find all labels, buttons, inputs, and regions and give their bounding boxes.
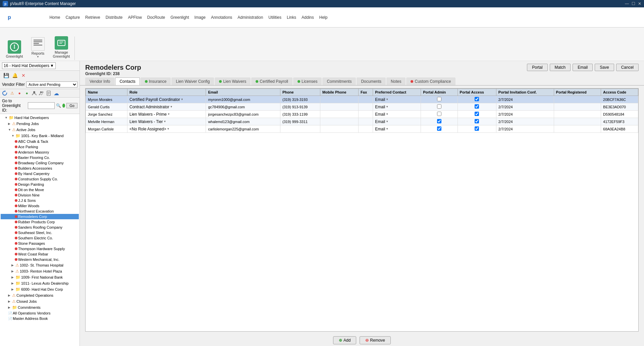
menu-greenlight[interactable]: Greenlight <box>168 14 192 20</box>
contact-preferred[interactable]: Email ▼ <box>373 96 421 103</box>
cancel-icon[interactable]: ✕ <box>20 72 27 79</box>
add-contact-button[interactable]: ⊕ Add <box>333 336 356 344</box>
tree-vendor-rubber[interactable]: Rubber Products Corp <box>1 219 79 225</box>
portal-button[interactable]: Portal <box>527 64 547 71</box>
tree-pending-jobs[interactable]: ▶ ⚠ Pending Jobs <box>1 121 79 127</box>
remove-contact-button[interactable]: ⊖ Remove <box>360 336 391 344</box>
filter-users2-icon[interactable] <box>38 90 45 97</box>
filter-refresh-icon[interactable] <box>1 90 8 97</box>
contact-portal-access[interactable] <box>458 118 496 125</box>
role-arrow[interactable]: ▼ <box>167 127 169 130</box>
tab-commitments[interactable]: Commitments <box>322 77 356 85</box>
menu-distribute[interactable]: Distribute <box>103 14 125 20</box>
menu-image[interactable]: Image <box>192 14 208 20</box>
tree-completed-ops[interactable]: ▶ ⚠ Completed Operations <box>1 292 79 298</box>
table-row[interactable]: Myron Morales Certified Payroll Coordina… <box>86 96 638 103</box>
portal-admin-checkbox[interactable] <box>437 97 441 101</box>
tab-custom-compliance[interactable]: Custom Compliance <box>406 77 455 85</box>
menu-retrieve[interactable]: Retrieve <box>83 14 103 20</box>
contact-portal-access[interactable] <box>458 125 496 133</box>
contact-preferred[interactable]: Email ▼ <box>373 118 421 125</box>
bell-icon[interactable]: 🔔 <box>11 72 18 79</box>
tree-vendor-division[interactable]: Division Nine <box>1 192 79 198</box>
tab-licenses[interactable]: Licenses <box>293 77 322 85</box>
email-button[interactable]: Email <box>573 64 593 71</box>
filter-user-icon[interactable] <box>31 90 38 97</box>
tree-vendor-construction[interactable]: Construction Supply Co. <box>1 176 79 182</box>
tab-notes[interactable]: Notes <box>386 77 406 85</box>
menu-apflow[interactable]: APFlow <box>125 14 144 20</box>
close-button[interactable]: ✕ <box>638 1 641 6</box>
greenlight-id-input[interactable] <box>28 102 55 109</box>
tree-vendor-design[interactable]: Design Painting <box>1 182 79 187</box>
tree-root[interactable]: ▼ 📁 Hard Hat Developers <box>1 115 79 121</box>
preferred-arrow[interactable]: ▼ <box>386 127 388 130</box>
role-arrow[interactable]: ▼ <box>181 98 183 101</box>
filter-red-icon[interactable]: ● <box>16 90 23 97</box>
filter-green-icon[interactable]: ● <box>23 90 30 97</box>
tree-job-1002[interactable]: ▶ ⚠ 1002- St. Thomas Hospital <box>1 262 79 268</box>
portal-access-checkbox[interactable] <box>475 97 479 101</box>
contact-portal-access[interactable] <box>458 103 496 111</box>
tree-closed-jobs[interactable]: ▶ ⚠ Closed Jobs <box>1 298 79 304</box>
tab-certified-payroll[interactable]: Certified Payroll <box>251 77 292 85</box>
contact-role[interactable]: Lien Waivers - Tier ▼ <box>127 118 206 125</box>
tab-lien-waivers[interactable]: Lien Waivers <box>215 77 251 85</box>
tree-vendor-broadway[interactable]: Broadway Ceiling Company <box>1 160 79 166</box>
save-button[interactable]: Save <box>595 64 614 71</box>
menu-utilities[interactable]: Utilities <box>266 14 284 20</box>
tree-all-vendors[interactable]: 📄 All Operations Vendors <box>1 310 79 316</box>
filter-warning-icon[interactable]: ⚠ <box>9 90 15 97</box>
contact-portal-admin[interactable] <box>421 111 458 118</box>
role-arrow[interactable]: ▼ <box>167 113 170 116</box>
table-row[interactable]: Gerald Curtis Contract Administrator ▼ g… <box>86 103 638 111</box>
tree-job-1001[interactable]: ▼ 📁 1001- Key Bank - Midland <box>1 133 79 139</box>
portal-admin-checkbox[interactable] <box>437 112 441 116</box>
tree-vendor-jj[interactable]: J.J & Sons <box>1 198 79 203</box>
contact-preferred[interactable]: Email ▼ <box>373 103 421 111</box>
table-row[interactable]: Jorge Sanchez Lien Waivers - Prime ▼ jor… <box>86 111 638 118</box>
preferred-arrow[interactable]: ▼ <box>386 120 388 123</box>
preferred-arrow[interactable]: ▼ <box>386 113 388 116</box>
menu-home[interactable]: Home <box>47 14 63 20</box>
table-row[interactable]: Morgan Carlisle <No Role Assigned> ▼ car… <box>86 125 638 133</box>
portal-access-checkbox[interactable] <box>475 104 479 109</box>
role-arrow[interactable]: ▼ <box>164 120 166 123</box>
contact-preferred[interactable]: Email ▼ <box>373 125 421 133</box>
portal-access-checkbox[interactable] <box>475 119 479 123</box>
tree-job-6000[interactable]: ▶ 📁 6000- Hard Hat Dev Corp <box>1 286 79 292</box>
role-arrow[interactable]: ▼ <box>170 105 173 108</box>
portal-admin-checkbox[interactable] <box>437 104 441 109</box>
tab-documents[interactable]: Documents <box>357 77 386 85</box>
menu-links[interactable]: Links <box>284 14 299 20</box>
tree-vendor-westcoast[interactable]: West Coast Rebar <box>1 251 79 257</box>
contact-preferred[interactable]: Email ▼ <box>373 111 421 118</box>
menu-docroute[interactable]: DocRoute <box>145 14 168 20</box>
contact-role[interactable]: Lien Waivers - Prime ▼ <box>127 111 206 118</box>
tree-vendor-ace[interactable]: Ace Parking <box>1 144 79 150</box>
contact-portal-access[interactable] <box>458 111 496 118</box>
tree-vendor-northwest[interactable]: Northwest Excavation <box>1 209 79 214</box>
tree-vendor-southern[interactable]: Southern Electric Co. <box>1 235 79 241</box>
tree-job-1003[interactable]: ▶ ⚠ 1003- Renton Hotel Plaza <box>1 268 79 274</box>
tab-insurance[interactable]: Insurance <box>141 77 171 85</box>
tab-vendor-info[interactable]: Vendor Info <box>85 77 114 85</box>
menu-addins[interactable]: Addins <box>299 14 317 20</box>
tree-vendor-western[interactable]: Western Mechanical, Inc. <box>1 257 79 262</box>
tree-vendor-anderson[interactable]: Anderson Masonry <box>1 150 79 155</box>
search-icon[interactable]: 🔍 <box>56 103 61 108</box>
toolbar-greenlight-button[interactable]: Greenlight <box>3 39 26 60</box>
portal-admin-checkbox[interactable] <box>437 119 441 123</box>
portal-access-checkbox[interactable] <box>475 126 479 131</box>
tree-vendor-dit[interactable]: Dit on the Move <box>1 187 79 192</box>
tree-vendor-sanders[interactable]: Sanders Roofing Company <box>1 225 79 230</box>
match-button[interactable]: Match <box>550 64 571 71</box>
greenlight-go-button[interactable]: Go <box>66 103 77 108</box>
toolbar-reports-button[interactable]: Reports ▼ <box>26 36 50 60</box>
tree-vendor-miller[interactable]: Miller Woods <box>1 203 79 209</box>
contact-portal-access[interactable] <box>458 96 496 103</box>
tree-vendor-byhand[interactable]: By Hand Carpentry <box>1 171 79 176</box>
filter-doc-icon[interactable] <box>46 90 52 97</box>
cancel-button[interactable]: Cancel <box>616 64 639 71</box>
preferred-arrow[interactable]: ▼ <box>386 98 388 101</box>
